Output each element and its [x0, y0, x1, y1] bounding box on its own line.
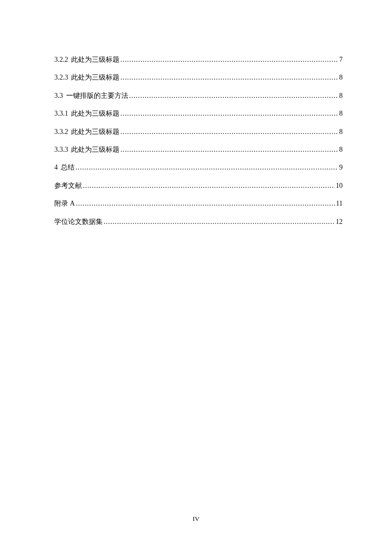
toc-entry-title: 附录 A: [54, 198, 75, 209]
toc-entry: 3.2.3此处为三级标题............................…: [54, 72, 343, 83]
toc-entry-number: 3.3.1: [54, 108, 68, 119]
toc-entry-title: 学位论文数据集: [54, 216, 103, 227]
toc-entry: 3.2.2此处为三级标题............................…: [54, 54, 343, 65]
toc-entry-number: 3.3.3: [54, 144, 68, 155]
toc-entry-page: 8: [339, 108, 343, 119]
toc-entry-title: 一键排版的主要方法: [66, 90, 128, 101]
toc-entry: 3.3.3此处为三级标题............................…: [54, 144, 343, 155]
toc-container: 3.2.2此处为三级标题............................…: [0, 0, 392, 227]
toc-leader-dots: ........................................…: [120, 108, 338, 119]
toc-entry-page: 9: [339, 162, 343, 173]
toc-entry-page: 7: [339, 54, 343, 65]
toc-leader-dots: ........................................…: [120, 127, 338, 137]
toc-entry-number: 3.2.3: [54, 72, 68, 83]
toc-entry-title: 总结: [61, 162, 75, 173]
toc-leader-dots: ........................................…: [76, 162, 338, 173]
toc-leader-dots: ........................................…: [83, 180, 335, 191]
toc-entry-page: 10: [336, 180, 343, 191]
toc-entry-page: 8: [339, 127, 343, 137]
toc-entry-title: 此处为三级标题: [71, 108, 119, 119]
toc-entry-number: 4: [54, 162, 58, 173]
toc-entry-number: 3.3: [54, 90, 63, 101]
toc-leader-dots: ........................................…: [104, 216, 335, 227]
toc-entry-page: 12: [336, 216, 343, 227]
toc-entry: 附录 A....................................…: [54, 198, 343, 209]
toc-entry-number: 3.2.2: [54, 54, 68, 65]
toc-leader-dots: ........................................…: [120, 54, 338, 65]
toc-entry: 3.3一键排版的主要方法............................…: [54, 90, 343, 101]
toc-leader-dots: ........................................…: [120, 144, 338, 155]
toc-entry-page: 8: [339, 144, 343, 155]
toc-leader-dots: ........................................…: [76, 198, 335, 209]
toc-entry: 参考文献....................................…: [54, 180, 343, 191]
toc-leader-dots: ........................................…: [129, 90, 339, 101]
toc-entry-title: 参考文献: [54, 180, 82, 191]
toc-entry-page: 11: [336, 198, 343, 209]
toc-entry-title: 此处为三级标题: [71, 72, 119, 83]
toc-entry: 3.3.2此处为三级标题............................…: [54, 127, 343, 137]
toc-entry: 4总结.....................................…: [54, 162, 343, 173]
toc-entry-number: 3.3.2: [54, 127, 68, 137]
toc-entry-page: 8: [339, 90, 343, 101]
toc-leader-dots: ........................................…: [120, 72, 338, 83]
toc-entry-page: 8: [339, 72, 343, 83]
toc-entry-title: 此处为三级标题: [71, 127, 119, 137]
page-number: IV: [0, 515, 392, 523]
toc-entry: 3.3.1此处为三级标题............................…: [54, 108, 343, 119]
toc-entry: 学位论文数据集.................................…: [54, 216, 343, 227]
toc-entry-title: 此处为三级标题: [71, 54, 119, 65]
toc-entry-title: 此处为三级标题: [71, 144, 119, 155]
